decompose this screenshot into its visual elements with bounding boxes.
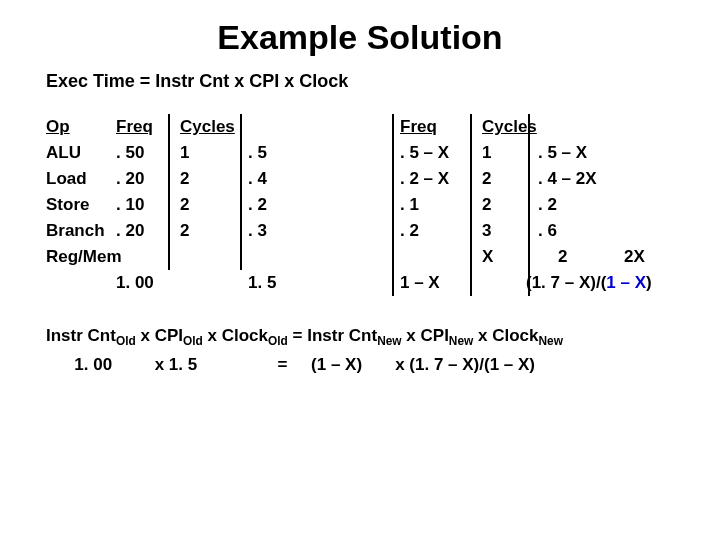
cell: . 2 — [248, 192, 292, 218]
col-cycles-old: Cycles 1 2 2 2 — [170, 114, 240, 296]
cell: . 6 — [538, 218, 624, 244]
cell: 1 — [180, 140, 240, 166]
cell: X — [482, 244, 528, 270]
cell: Store — [46, 192, 116, 218]
col-cycles-new: Cycles 1 2 2 3 X — [472, 114, 528, 296]
cell: 2X — [624, 244, 664, 270]
hdr-cycles2: Cycles — [482, 114, 528, 140]
cell: . 1 — [400, 192, 470, 218]
cell-total: (1. 7 – X)/(1 – X) — [526, 270, 624, 296]
cell: . 20 — [116, 166, 168, 192]
page-title: Example Solution — [46, 18, 674, 57]
cell — [116, 244, 168, 270]
cell: . 4 – 2X — [538, 166, 624, 192]
col-gap — [292, 114, 392, 296]
cell: . 5 – X — [538, 140, 624, 166]
cell: Branch — [46, 218, 116, 244]
cell: Load — [46, 166, 116, 192]
cell: 3 — [482, 218, 528, 244]
cell: 1 — [482, 140, 528, 166]
cell — [482, 270, 528, 296]
col-tail: 2X — [624, 114, 664, 296]
eq-line1: Instr CntOld x CPIOld x ClockOld = Instr… — [46, 322, 674, 351]
cell: 2 — [538, 244, 624, 270]
cell — [180, 244, 240, 270]
cell: . 5 – X — [400, 140, 470, 166]
slide: Example Solution Exec Time = Instr Cnt x… — [0, 0, 720, 540]
col-freq-old: Freq . 50 . 20 . 10 . 20 1. 00 — [116, 114, 168, 296]
col-prod-old: . 5 . 4 . 2 . 3 1. 5 — [242, 114, 292, 296]
hdr-freq: Freq — [116, 114, 168, 140]
cell: . 2 — [400, 218, 470, 244]
cell: Reg/Mem — [46, 244, 116, 270]
eq-line2: 1. 00 x 1. 5 = (1 – X) x (1. 7 – X)/(1 –… — [46, 351, 674, 378]
col-freq-new: Freq . 5 – X . 2 – X . 1 . 2 1 – X — [394, 114, 470, 296]
cell: . 2 – X — [400, 166, 470, 192]
cell: ALU — [46, 140, 116, 166]
col-op: Op ALU Load Store Branch Reg/Mem — [46, 114, 116, 296]
cell — [248, 244, 292, 270]
hdr-blank — [248, 114, 292, 140]
cell: 2 — [180, 166, 240, 192]
cell-total: 1. 00 — [116, 270, 168, 296]
cell-total: 1 – X — [400, 270, 470, 296]
col-prod-new: . 5 – X . 4 – 2X . 2 . 6 2 (1. 7 – X)/(1… — [530, 114, 624, 296]
cpi-table: Op ALU Load Store Branch Reg/Mem Freq . … — [46, 114, 674, 296]
hdr-blank — [538, 114, 624, 140]
cell — [46, 270, 116, 296]
cell: 2 — [482, 166, 528, 192]
cell: 2 — [180, 192, 240, 218]
hdr-freq2: Freq — [400, 114, 470, 140]
equation-block: Instr CntOld x CPIOld x ClockOld = Instr… — [46, 322, 674, 379]
hdr-cycles: Cycles — [180, 114, 240, 140]
cell: . 3 — [248, 218, 292, 244]
cell-total: 1. 5 — [248, 270, 292, 296]
cell — [180, 270, 240, 296]
cell — [400, 244, 470, 270]
cell: 2 — [180, 218, 240, 244]
cell: . 5 — [248, 140, 292, 166]
cell: 2 — [482, 192, 528, 218]
exec-time-formula: Exec Time = Instr Cnt x CPI x Clock — [46, 71, 674, 92]
hdr-op: Op — [46, 114, 116, 140]
cell: . 2 — [538, 192, 624, 218]
cell: . 10 — [116, 192, 168, 218]
cell: . 4 — [248, 166, 292, 192]
cell: . 50 — [116, 140, 168, 166]
cell: . 20 — [116, 218, 168, 244]
